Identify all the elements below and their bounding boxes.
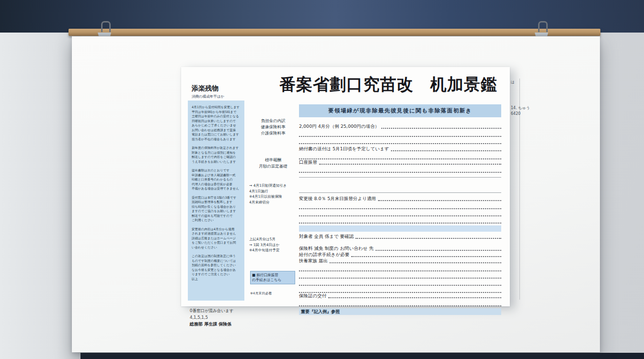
- sidebar-text-line: ご利用ください: [192, 218, 241, 223]
- dotted-rule: [299, 271, 501, 279]
- row-label: 給付の請求手続きが必要: [299, 252, 349, 258]
- dotted-rule: [299, 286, 501, 293]
- dotted-rule: [299, 264, 501, 271]
- sidebar-paragraph: 受付窓口は本庁舎1階の3番です混雑時は整理券を配布します待ち時間が長くなる場合が…: [192, 196, 241, 223]
- sidebar-text-line: されます経過措置はありません: [192, 232, 241, 236]
- margin-text-line: は: [511, 79, 530, 85]
- paper-footer-notes: 0番窓口が混み合います4,1,5,1,5総務部 厚生課 保険係: [190, 307, 233, 327]
- sidebar-text-line: ものです制度の概要については: [192, 259, 241, 264]
- dotted-rule: [376, 250, 501, 251]
- footer-text-line: 4,1,5,1,5: [190, 314, 233, 321]
- callout-text-line: の手続きはこちら: [252, 278, 293, 282]
- sidebar-text-line: 土曜日は午前中のみの受付となる: [192, 114, 241, 119]
- sidebar-text-line: 待ち時間が長くなる場合があり: [192, 205, 241, 210]
- backing-paper: 番案省劃口究苗改 机加景鑑 添楽残物 消費の構成年平ほか 4月1日から受付時間を…: [72, 36, 600, 352]
- row-spacer: [299, 178, 501, 188]
- dotted-rule: [299, 137, 501, 144]
- sidebar-text-line: 電話または窓口にてお願いします: [192, 133, 241, 137]
- callout-text-line: ■ 銀行口座振替: [252, 273, 293, 278]
- sidebar-text-line: 新年度の保険料率が改定されます: [192, 146, 241, 151]
- dotted-rule: [299, 202, 501, 209]
- form-row: 保険料 減免 制度の お問い合わせ 先: [299, 246, 501, 252]
- sidebar-paragraph: 提出書類は次のとおりです申請書および本人確認書類一式印鑑と口座番号のわかるもの代…: [192, 168, 241, 191]
- dotted-rule: [378, 200, 501, 201]
- middle-text-line: ※4月1日以前被保険: [249, 194, 297, 200]
- dotted-rule: [299, 299, 501, 306]
- middle-text-line: 健康保険料率: [249, 124, 297, 130]
- sidebar-text-line: 受付窓口は本庁舎1階の3番です: [192, 196, 241, 201]
- middle-annotation-column: 負担金の内訳健康保険料率介護保険料率 標準報酬月額の算定基礎 → 4月1日勧奨通…: [249, 113, 297, 301]
- middle-text-line: 4月末締切分: [249, 200, 297, 205]
- sidebar-text-line: りますのでご注意ください: [192, 272, 241, 277]
- sidebar-text-line: 郵送での提出も可能ですので: [192, 214, 241, 219]
- row-label: 口座振替: [299, 159, 317, 166]
- row-label: 納付書の送付は 5月1日頃を予定しています: [299, 146, 389, 152]
- row-label: 変更後 8.0％ 5月末日振替分より適用: [299, 196, 376, 202]
- middle-text-line: 月額の算定基礎: [249, 163, 297, 169]
- floor-shadow-strip: [80, 353, 644, 359]
- paper-margin-notes: は14. ちゅう6420: [511, 79, 530, 117]
- sidebar-text-line: うえ手続きをお願いいたします: [192, 160, 241, 165]
- middle-text-line: 負担金の内訳: [249, 118, 297, 124]
- form-header-band: 要領場緑が現非除最先彼見後に関も非除落面初新き: [299, 104, 501, 117]
- highlighted-row-labeled: 重要『記入例』参照: [299, 308, 501, 315]
- row-label: 保険料 減免 制度の お問い合わせ 先: [299, 246, 374, 252]
- sidebar-heading: 添楽残物: [192, 84, 218, 93]
- middle-text-line: 標準報酬: [249, 157, 297, 163]
- sidebar-text-line: 不備がある場合は受理できません: [192, 187, 241, 191]
- dotted-rule: [351, 256, 501, 257]
- sidebar-text-line: あらかじめご了承くださいませ: [192, 123, 241, 128]
- form-row: 変更後 8.0％ 5月末日振替分より適用: [299, 196, 501, 202]
- sidebar-text-line: い合わせください: [192, 246, 241, 250]
- form-row: 給付の請求手続きが必要: [299, 252, 501, 258]
- middle-block-standard: 標準報酬月額の算定基礎: [249, 157, 297, 169]
- sidebar-paragraph: 変更後の内容は4月分から適用されます経過措置はありません詳細は広報またはホームペ…: [192, 227, 241, 250]
- sidebar-text-line: 混雑時は整理券を配布します: [192, 200, 241, 205]
- form-row: 対象者 全員 係まで 要確認: [299, 234, 501, 240]
- dotted-rule: [299, 279, 501, 286]
- dotted-rule: [299, 130, 501, 137]
- sidebar-text-line: 平日は午前9時から午後5時まで: [192, 110, 241, 115]
- sidebar-text-line: 日曜祝日は休業いたしますので: [192, 119, 241, 124]
- row-label: 2,000円 4月分（例 25,000円の場合）: [299, 123, 380, 130]
- sidebar-text-line: をご覧いただくか窓口までお問: [192, 241, 241, 246]
- main-form-column: 要領場緑が現非除最先彼見後に関も非除落面初新き 2,000円 4月分（例 25,…: [299, 104, 501, 315]
- sidebar-paragraph: 新年度の保険料率が改定されます対象となる方には個別に通知を郵送しますので内容をご…: [192, 146, 241, 164]
- wall-left-panel: [0, 33, 81, 359]
- solid-rule: [299, 192, 501, 193]
- margin-text-line: 6420: [511, 111, 530, 117]
- form-row: 扶養家族 届出: [299, 258, 501, 264]
- middle-block-dates: 上記4月分は5月→ 1回 3月4日ほか※4月中旬送付予定: [249, 236, 297, 253]
- dotted-rule: [299, 209, 501, 216]
- sidebar-text-line: この改定は国の制度改正に伴う: [192, 254, 241, 259]
- sidebar-paragraph: 4月1日から受付時間を変更します平日は午前9時から午後5時まで土曜日は午前中のみ…: [192, 105, 241, 142]
- dotted-rule: [328, 297, 501, 298]
- middle-block-schedule: → 4月1日勧奨通知引き4月1日施行※4月1日以前被保険4月末締切分: [249, 183, 297, 205]
- sidebar-notice-column: 4月1日から受付時間を変更します平日は午前9時から午後5時まで土曜日は午前中のみ…: [188, 101, 244, 301]
- form-row: 保険証の交付: [299, 293, 501, 299]
- row-label: 重要『記入例』参照: [301, 309, 340, 315]
- sidebar-text-line: なお今後も変更となる場合があ: [192, 268, 241, 273]
- form-sheet: 番案省劃口究苗改 机加景鑑 添楽残物 消費の構成年平ほか 4月1日から受付時間を…: [181, 67, 510, 306]
- form-title: 番案省劃口究苗改 机加景鑑: [279, 74, 507, 96]
- sidebar-paragraph: この改定は国の制度改正に伴うものです制度の概要については別紙の資料を参照してくだ…: [192, 254, 241, 281]
- form-row: 口座振替: [299, 159, 501, 166]
- footer-text-line: 総務部 厚生課 保険係: [190, 321, 233, 327]
- middle-text-line: 介護保険料率: [249, 130, 297, 136]
- sidebar-text-line: 詳細は広報またはホームページ: [192, 236, 241, 241]
- sidebar-text-line: 申請書および本人確認書類一式: [192, 173, 241, 178]
- dotted-rule: [299, 152, 501, 159]
- clip-loop-icon: [101, 21, 111, 32]
- highlight-callout-box: ■ 銀行口座振替の手続きはこちら: [250, 271, 295, 284]
- sidebar-text-line: 提出書類は次のとおりです: [192, 168, 241, 173]
- dotted-rule: [381, 128, 501, 129]
- middle-text-line: → 1回 3月4日ほか: [249, 242, 297, 248]
- form-rows: 2,000円 4月分（例 25,000円の場合） 納付書の送付は 5月1日頃を予…: [299, 117, 501, 315]
- sidebar-text-line: 変更後の内容は4月分から適用: [192, 227, 241, 232]
- sidebar-text-line: 郵送しますので内容をご確認の: [192, 155, 241, 160]
- callout-footnote: ※4月末日必着: [250, 291, 272, 296]
- middle-text-line: 4月1日施行: [249, 189, 297, 194]
- sidebar-text-line: ますのでご協力をお願いします: [192, 209, 241, 214]
- middle-block-rates: 負担金の内訳健康保険料率介護保険料率: [249, 118, 297, 136]
- row-label: 保険証の交付: [299, 293, 326, 299]
